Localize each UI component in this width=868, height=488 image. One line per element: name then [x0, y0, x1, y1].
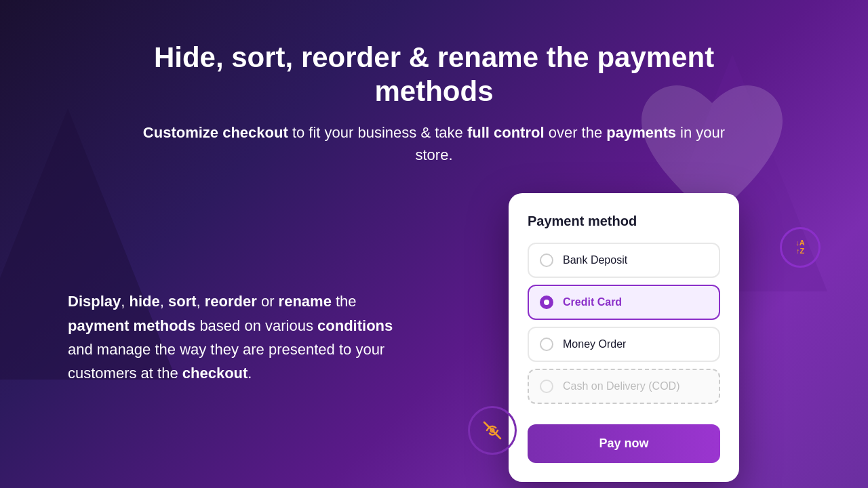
- subtitle-bold-customize: Customize checkout: [143, 124, 288, 141]
- sort-down-arrow: ↓A: [795, 239, 804, 247]
- text-display: Display: [68, 293, 121, 310]
- label-cod: Cash on Delivery (COD): [563, 380, 679, 392]
- text-rename: rename: [279, 293, 332, 310]
- text-hide: hide: [130, 293, 160, 310]
- radio-money-order: [540, 338, 553, 351]
- sort-icon-inner: ↓A ↑Z: [795, 239, 804, 255]
- payment-option-money-order[interactable]: Money Order: [528, 327, 720, 362]
- feature-text: Display, hide, sort, reorder or rename t…: [68, 289, 420, 385]
- label-bank-deposit: Bank Deposit: [563, 254, 627, 266]
- sort-up-arrow: ↑Z: [796, 247, 804, 255]
- sort-az-button[interactable]: ↓A ↑Z: [780, 227, 821, 268]
- page-content: Hide, sort, reorder & rename the payment…: [0, 0, 868, 488]
- eye-slash-icon: [480, 418, 505, 443]
- header-section: Hide, sort, reorder & rename the payment…: [129, 0, 739, 186]
- text-payment-methods: payment methods: [68, 317, 195, 334]
- pay-now-button[interactable]: Pay now: [528, 424, 720, 463]
- label-credit-card: Credit Card: [563, 296, 622, 308]
- text-reorder: reorder: [205, 293, 257, 310]
- payment-option-bank-deposit[interactable]: Bank Deposit: [528, 243, 720, 278]
- subtitle-bold-control: full control: [467, 124, 545, 141]
- subtitle-text-1: to fit your business & take: [288, 124, 467, 141]
- payment-option-credit-card[interactable]: Credit Card: [528, 285, 720, 320]
- text-checkout: checkout: [182, 365, 248, 382]
- payment-options-list: Bank Deposit Credit Card Money Order: [528, 243, 720, 404]
- hide-icon-button[interactable]: [468, 406, 517, 455]
- label-money-order: Money Order: [563, 338, 626, 350]
- subtitle-bold-payments: payments: [606, 124, 676, 141]
- radio-credit-card: [540, 296, 553, 309]
- text-conditions: conditions: [317, 317, 393, 334]
- text-sort: sort: [168, 293, 197, 310]
- payment-option-cod[interactable]: Cash on Delivery (COD): [528, 369, 720, 404]
- subtitle-text-2: over the: [545, 124, 607, 141]
- main-title: Hide, sort, reorder & rename the payment…: [129, 41, 739, 109]
- right-panel: Payment method Bank Deposit Credit Card: [448, 193, 800, 482]
- feature-description: Display, hide, sort, reorder or rename t…: [68, 289, 420, 385]
- payment-method-card: Payment method Bank Deposit Credit Card: [509, 193, 739, 482]
- subtitle: Customize checkout to fit your business …: [129, 121, 739, 166]
- payment-card-title: Payment method: [528, 214, 720, 229]
- radio-cod: [540, 380, 553, 393]
- radio-bank-deposit: [540, 253, 553, 267]
- main-content-area: Display, hide, sort, reorder or rename t…: [27, 193, 841, 482]
